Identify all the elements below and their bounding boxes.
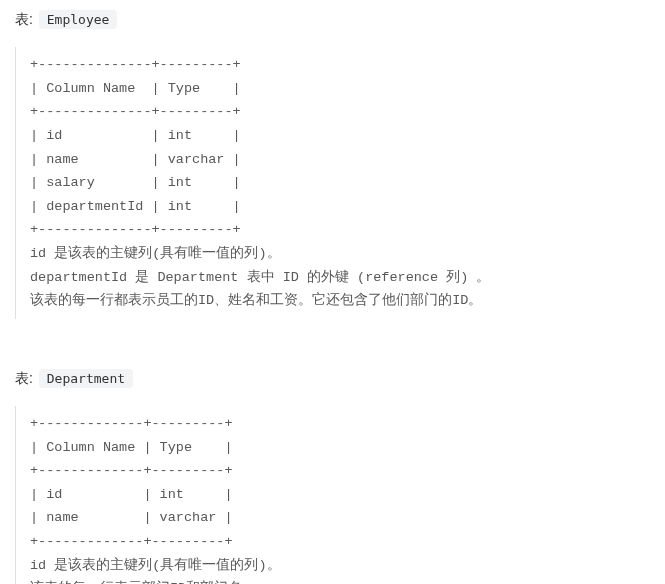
table-name-badge: Employee xyxy=(39,10,118,29)
schema-ascii-table: +-------------+---------+ | Column Name … xyxy=(30,412,650,554)
table-label-prefix: 表: xyxy=(15,11,37,27)
table-section-department: 表: Department +-------------+---------+ … xyxy=(0,369,665,584)
table-name-badge: Department xyxy=(39,369,133,388)
schema-description: id 是该表的主键列(具有唯一值的列)。 该表的每一行表示部门ID和部门名。 xyxy=(30,554,650,584)
schema-description: id 是该表的主键列(具有唯一值的列)。 departmentId 是 Depa… xyxy=(30,242,650,313)
schema-block: +-------------+---------+ | Column Name … xyxy=(15,406,650,584)
schema-block: +--------------+---------+ | Column Name… xyxy=(15,47,650,319)
schema-ascii-table: +--------------+---------+ | Column Name… xyxy=(30,53,650,242)
table-section-employee: 表: Employee +--------------+---------+ |… xyxy=(0,10,665,319)
table-label-prefix: 表: xyxy=(15,370,37,386)
